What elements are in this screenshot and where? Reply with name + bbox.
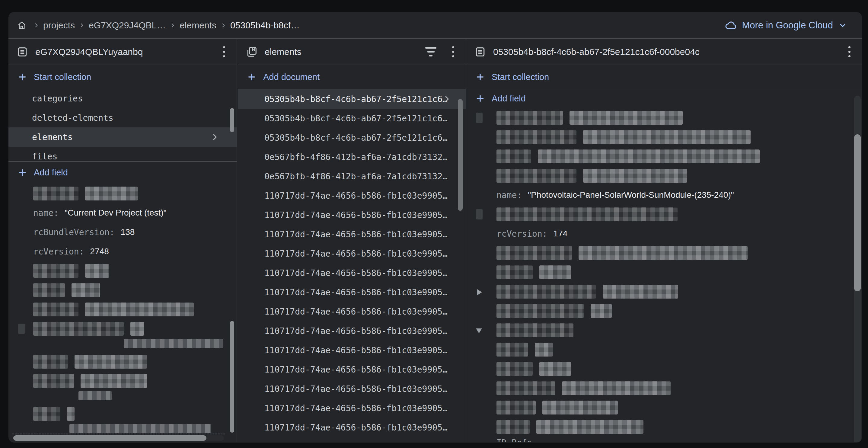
- scrollbar-track[interactable]: [854, 96, 861, 442]
- home-icon[interactable]: [17, 20, 27, 30]
- field-value[interactable]: 2748: [90, 247, 109, 256]
- redacted-field-row[interactable]: [466, 321, 862, 340]
- scrollbar-thumb[interactable]: [854, 135, 861, 291]
- more-options-icon[interactable]: [450, 44, 457, 59]
- redacted-field-row[interactable]: [8, 352, 237, 371]
- document-id: 05305b4b-b8cf-4c6b-ab67-2f5e121c1c6…: [265, 94, 447, 104]
- document-row[interactable]: 110717dd-74ae-4656-b586-fb1c03e9905…: [238, 418, 466, 437]
- more-in-google-cloud-button[interactable]: More in Google Cloud: [725, 12, 847, 38]
- breadcrumb-collection[interactable]: elements: [180, 20, 216, 30]
- redacted-value-block: [536, 420, 644, 434]
- breadcrumb-projects[interactable]: projects: [43, 20, 75, 30]
- add-document-button[interactable]: Add document: [238, 65, 466, 89]
- document-row[interactable]: 110717dd-74ae-4656-b586-fb1c03e9905…: [238, 360, 466, 379]
- redacted-value-block: [67, 407, 74, 421]
- document-row[interactable]: 110717dd-74ae-4656-b586-fb1c03e9905…: [238, 282, 466, 302]
- document-icon: [17, 46, 28, 58]
- collection-row-deleted-elements[interactable]: deleted-elements: [8, 108, 237, 127]
- field-value[interactable]: 174: [554, 229, 568, 238]
- collection-row-elements[interactable]: elements: [8, 127, 237, 147]
- field-row[interactable]: rcVersion:174: [466, 224, 862, 243]
- redacted-field-row[interactable]: [466, 417, 862, 437]
- redacted-key-block: [496, 207, 678, 221]
- horizontal-scrollbar-thumb[interactable]: [13, 435, 207, 441]
- field-value[interactable]: "Photovoltaic-Panel-SolarWorld-SunModule…: [528, 190, 734, 200]
- redacted-field-row[interactable]: [466, 379, 862, 398]
- redacted-field-row[interactable]: [466, 243, 862, 263]
- add-field-button-db[interactable]: Add field: [8, 162, 237, 183]
- document-row[interactable]: 110717dd-74ae-4656-b586-fb1c03e9905…: [238, 302, 466, 321]
- redacted-field-row[interactable]: [8, 319, 237, 338]
- document-row[interactable]: 05305b4b-b8cf-4c6b-ab67-2f5e121c1c6…: [238, 128, 466, 147]
- breadcrumb-document: 05305b4b-b8cf…: [230, 20, 300, 30]
- redacted-field-row[interactable]: [466, 398, 862, 417]
- document-row[interactable]: 110717dd-74ae-4656-b586-fb1c03e9905…: [238, 321, 466, 340]
- redacted-key-block: [33, 355, 68, 368]
- start-collection-label: Start collection: [492, 72, 549, 82]
- redacted-field-row[interactable]: [8, 280, 237, 300]
- redacted-key-block: [496, 130, 577, 144]
- start-collection-button[interactable]: Start collection: [8, 65, 237, 89]
- more-in-google-cloud-label: More in Google Cloud: [742, 20, 833, 31]
- redacted-field-row[interactable]: [8, 371, 237, 391]
- document-row[interactable]: 05305b4b-b8cf-4c6b-ab67-2f5e121c1c6…: [238, 109, 466, 128]
- document-row[interactable]: 110717dd-74ae-4656-b586-fb1c03e9905…: [238, 186, 466, 205]
- document-row[interactable]: 110717dd-74ae-4656-b586-fb1c03e9905…: [238, 379, 466, 398]
- redacted-field-row[interactable]: [466, 301, 862, 321]
- scrollbar-thumb[interactable]: [458, 99, 463, 211]
- document-row[interactable]: 110717dd-74ae-4656-b586-fb1c03e9905…: [238, 340, 466, 360]
- firestore-console: projects eG7XQ29J4QBL… elements 05305b4b…: [0, 0, 868, 448]
- redacted-field-row[interactable]: [8, 184, 237, 203]
- plus-icon: [18, 168, 27, 178]
- document-row[interactable]: 05305b4b-b8cf-4c6b-ab67-2f5e121c1c6…: [238, 89, 466, 109]
- redacted-field-row[interactable]: [466, 359, 862, 379]
- breadcrumb-database[interactable]: eG7XQ29J4QBL…: [89, 20, 166, 30]
- field-row[interactable]: name:"Current Dev Project (test)": [8, 203, 237, 222]
- field-row[interactable]: rcBundleVersion:138: [8, 222, 237, 242]
- field-row[interactable]: name:"Photovoltaic-Panel-SolarWorld-SunM…: [466, 185, 862, 205]
- redacted-field-row[interactable]: [466, 147, 862, 166]
- document-row[interactable]: 110717dd-74ae-4656-b586-fb1c03e9905…: [238, 398, 466, 418]
- redacted-field-row[interactable]: [466, 108, 862, 127]
- redacted-field-row[interactable]: [8, 300, 237, 319]
- document-row[interactable]: 110717dd-74ae-4656-b586-fb1c03e9905…: [238, 244, 466, 263]
- expand-arrow-collapsed-icon[interactable]: [477, 289, 482, 295]
- document-panel: 05305b4b-b8cf-4c6b-ab67-2f5e121c1c6f-000…: [466, 39, 862, 442]
- scrollbar-thumb[interactable]: [230, 108, 234, 132]
- redacted-field-row[interactable]: [466, 340, 862, 359]
- redacted-key-block: [33, 264, 79, 278]
- expand-arrow-expanded-icon[interactable]: [476, 328, 482, 333]
- document-title: 05305b4b-b8cf-4c6b-ab67-2f5e121c1c6f-000…: [493, 47, 846, 57]
- redacted-value-block: [539, 265, 571, 279]
- field-row[interactable]: rcVersion:2748: [8, 242, 237, 261]
- more-options-icon[interactable]: [221, 44, 227, 59]
- document-id: 110717dd-74ae-4656-b586-fb1c03e9905…: [265, 230, 447, 239]
- document-row[interactable]: 0e567bfb-4f86-412b-af6a-7a1cdb73132…: [238, 167, 466, 186]
- add-field-button-doc[interactable]: Add field: [466, 89, 862, 108]
- redacted-field-row[interactable]: [8, 404, 237, 423]
- document-id: 110717dd-74ae-4656-b586-fb1c03e9905…: [265, 268, 447, 278]
- document-row[interactable]: 110717dd-74ae-4656-b586-fb1c03e9905…: [238, 263, 466, 282]
- redacted-value-block: [538, 149, 760, 163]
- field-key: rcVersion:: [33, 247, 84, 257]
- document-row[interactable]: 0e567bfb-4f86-412b-af6a-7a1cdb73132…: [238, 147, 466, 167]
- more-options-icon[interactable]: [846, 44, 853, 59]
- scrollbar-thumb[interactable]: [230, 321, 234, 432]
- redacted-field-row[interactable]: [466, 127, 862, 147]
- redacted-field-row[interactable]: [8, 261, 237, 280]
- redacted-field-row[interactable]: [466, 166, 862, 185]
- field-value[interactable]: 138: [121, 227, 135, 237]
- document-row[interactable]: 110717dd-74ae-4656-b586-fb1c03e9905…: [238, 205, 466, 225]
- document-id: 110717dd-74ae-4656-b586-fb1c03e9905…: [265, 423, 447, 432]
- filter-icon[interactable]: [425, 47, 436, 56]
- database-fields: name:"Current Dev Project (test)"rcBundl…: [8, 183, 237, 442]
- collection-name: files: [32, 152, 57, 161]
- field-value[interactable]: "Current Dev Project (test)": [65, 208, 166, 218]
- collection-row-categories[interactable]: categories: [8, 89, 237, 108]
- start-collection-button-doc[interactable]: Start collection: [466, 65, 862, 89]
- document-row[interactable]: 110717dd-74ae-4656-b586-fb1c03e9905…: [238, 225, 466, 244]
- redacted-field-row[interactable]: [466, 282, 862, 301]
- redacted-field-row[interactable]: [466, 263, 862, 282]
- collection-row-files[interactable]: files: [8, 147, 237, 161]
- redacted-field-row[interactable]: [466, 205, 862, 224]
